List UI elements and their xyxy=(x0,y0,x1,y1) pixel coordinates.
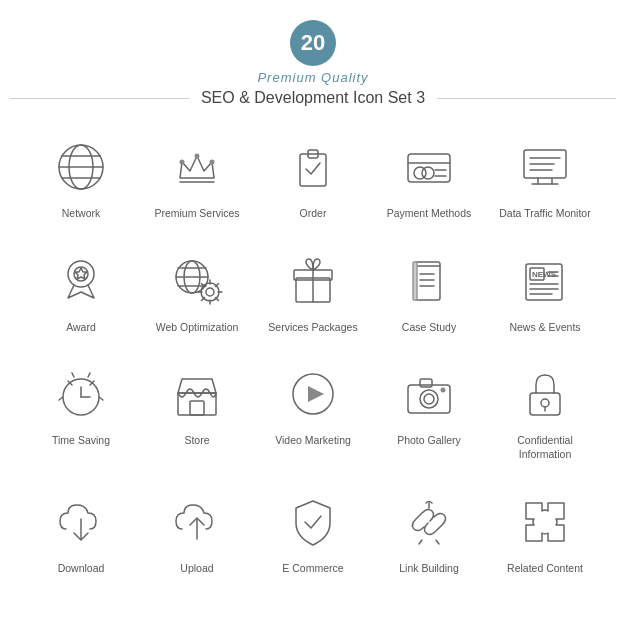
case-study-label: Case Study xyxy=(402,321,456,335)
main-title: SEO & Development Icon Set 3 xyxy=(189,89,437,107)
video-marketing-label: Video Marketing xyxy=(275,434,351,448)
download-label: Download xyxy=(58,562,105,576)
svg-point-7 xyxy=(210,160,215,165)
services-packages-icon xyxy=(279,247,347,315)
svg-line-41 xyxy=(216,283,219,286)
photo-gallery-label: Photo Gallery xyxy=(397,434,461,448)
payment-methods-label: Payment Methods xyxy=(387,207,472,221)
award-icon xyxy=(47,247,115,315)
svg-point-24 xyxy=(68,261,94,287)
icon-cell-video-marketing: Video Marketing xyxy=(255,352,371,469)
icon-cell-network: Network xyxy=(23,125,139,229)
download-icon xyxy=(47,488,115,556)
svg-point-75 xyxy=(424,394,434,404)
related-content-icon xyxy=(511,488,579,556)
title-row: SEO & Development Icon Set 3 xyxy=(10,89,616,107)
icon-cell-premium-services: Premium Services xyxy=(139,125,255,229)
icon-cell-related-content: Related Content xyxy=(487,480,603,584)
svg-rect-69 xyxy=(190,401,204,415)
icon-cell-award: Award xyxy=(23,239,139,343)
news-events-label: News & Events xyxy=(509,321,580,335)
link-building-label: Link Building xyxy=(399,562,459,576)
svg-point-6 xyxy=(180,160,185,165)
confidential-information-icon xyxy=(511,360,579,428)
store-label: Store xyxy=(184,434,209,448)
icon-cell-store: Store xyxy=(139,352,255,469)
icon-cell-news-events: NEWS News & Events xyxy=(487,239,603,343)
icon-cell-case-study: Case Study xyxy=(371,239,487,343)
svg-line-84 xyxy=(436,540,439,544)
order-label: Order xyxy=(300,207,327,221)
related-content-label: Related Content xyxy=(507,562,583,576)
upload-label: Upload xyxy=(180,562,213,576)
svg-marker-72 xyxy=(308,386,324,402)
svg-line-85 xyxy=(419,540,422,544)
svg-point-8 xyxy=(195,154,200,159)
icon-cell-download: Download xyxy=(23,480,139,584)
order-icon xyxy=(279,133,347,201)
svg-point-77 xyxy=(441,388,446,393)
svg-point-14 xyxy=(422,167,434,179)
premium-quality-text: Premium Quality xyxy=(257,70,368,85)
svg-line-64 xyxy=(72,373,74,377)
web-optimization-label: Web Optimization xyxy=(156,321,239,335)
web-optimization-icon xyxy=(163,247,231,315)
photo-gallery-icon xyxy=(395,360,463,428)
icon-cell-confidential-information: Confidential Information xyxy=(487,352,603,469)
svg-rect-45 xyxy=(414,262,440,300)
icon-cell-payment-methods: Payment Methods xyxy=(371,125,487,229)
icon-cell-time-saving: Time Saving xyxy=(23,352,139,469)
svg-point-74 xyxy=(420,390,438,408)
badge-number: 20 xyxy=(290,20,336,66)
confidential-information-label: Confidential Information xyxy=(491,434,599,461)
case-study-icon xyxy=(395,247,463,315)
payment-methods-icon xyxy=(395,133,463,201)
network-icon xyxy=(47,133,115,201)
time-saving-label: Time Saving xyxy=(52,434,110,448)
upload-icon xyxy=(163,488,231,556)
news-events-icon: NEWS xyxy=(511,247,579,315)
store-icon xyxy=(163,360,231,428)
svg-line-39 xyxy=(216,297,219,300)
icon-cell-photo-gallery: Photo Gallery xyxy=(371,352,487,469)
svg-rect-50 xyxy=(413,262,417,300)
time-saving-icon xyxy=(47,360,115,428)
svg-rect-11 xyxy=(408,154,450,182)
icon-cell-services-packages: Services Packages xyxy=(255,239,371,343)
award-label: Award xyxy=(66,321,96,335)
svg-rect-76 xyxy=(420,379,432,387)
svg-line-65 xyxy=(88,373,90,377)
svg-rect-9 xyxy=(300,154,326,186)
icon-cell-web-optimization: Web Optimization xyxy=(139,239,255,343)
icon-cell-order: Order xyxy=(255,125,371,229)
e-commerce-icon xyxy=(279,488,347,556)
icon-cell-data-traffic-monitor: Data Traffic Monitor xyxy=(487,125,603,229)
icon-cell-link-building: Link Building xyxy=(371,480,487,584)
video-marketing-icon xyxy=(279,360,347,428)
e-commerce-label: E Commerce xyxy=(282,562,343,576)
svg-point-79 xyxy=(541,399,549,407)
svg-line-40 xyxy=(202,297,205,300)
svg-point-33 xyxy=(206,288,214,296)
premium-services-label: Premium Services xyxy=(154,207,239,221)
premium-services-icon xyxy=(163,133,231,201)
link-building-icon xyxy=(395,488,463,556)
icon-cell-upload: Upload xyxy=(139,480,255,584)
services-packages-label: Services Packages xyxy=(268,321,357,335)
svg-marker-26 xyxy=(75,268,87,279)
data-traffic-monitor-icon xyxy=(511,133,579,201)
data-traffic-monitor-label: Data Traffic Monitor xyxy=(499,207,590,221)
icons-grid: Network Premium Services Order xyxy=(23,125,603,583)
icon-cell-e-commerce: E Commerce xyxy=(255,480,371,584)
network-label: Network xyxy=(62,207,101,221)
